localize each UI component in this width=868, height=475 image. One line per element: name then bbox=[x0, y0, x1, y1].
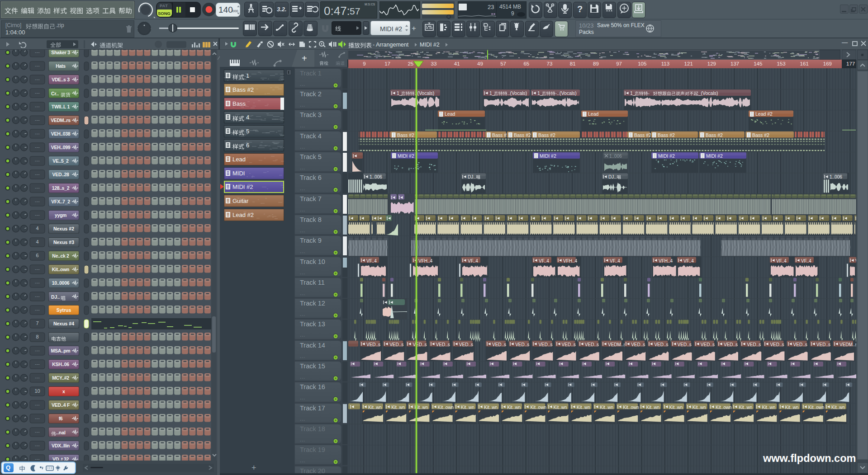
svg-text:Kit..own: Kit..own bbox=[716, 405, 732, 410]
svg-text:..(Vocals): ..(Vocals) bbox=[415, 90, 435, 96]
svg-text:VF..4: VF..4 bbox=[683, 259, 694, 263]
svg-text:VF..4: VF..4 bbox=[539, 259, 549, 263]
svg-text:VED..s: VED..s bbox=[631, 342, 645, 347]
svg-text:Bass #2: Bass #2 bbox=[658, 132, 675, 138]
svg-text:MIDI #2: MIDI #2 bbox=[658, 153, 675, 159]
svg-text:DJ..: DJ.. bbox=[608, 174, 617, 179]
svg-text:VED..s: VED..s bbox=[747, 342, 761, 347]
svg-text:VED..s: VED..s bbox=[538, 342, 552, 347]
svg-text:Kit..wn: Kit..wn bbox=[646, 405, 659, 410]
svg-text:VED..s: VED..s bbox=[585, 342, 599, 347]
svg-text:Kit..wn: Kit..wn bbox=[507, 405, 521, 410]
svg-text:Kit..wn: Kit..wn bbox=[554, 405, 567, 410]
svg-text:VED..s: VED..s bbox=[389, 342, 403, 347]
svg-text:VED..s: VED..s bbox=[770, 342, 784, 347]
svg-text:VF..4: VF..4 bbox=[468, 259, 478, 263]
svg-text:1_: 1_ bbox=[397, 90, 402, 96]
svg-text:VED..s: VED..s bbox=[436, 342, 450, 347]
svg-text:Kit..wn: Kit..wn bbox=[785, 405, 799, 410]
svg-text:VF..4: VF..4 bbox=[366, 259, 377, 263]
svg-text:Kit..wn: Kit..wn bbox=[831, 405, 845, 410]
svg-text:Kit..wn: Kit..wn bbox=[693, 405, 706, 410]
svg-text:Kit..wn: Kit..wn bbox=[461, 405, 474, 410]
svg-text:Kit..own: Kit..own bbox=[808, 405, 825, 410]
svg-text:Lead: Lead bbox=[588, 111, 599, 117]
svg-text:DJ..: DJ.. bbox=[468, 174, 476, 179]
svg-text:Kit..wn: Kit..wn bbox=[484, 405, 498, 410]
svg-text:VED..s: VED..s bbox=[654, 342, 668, 347]
svg-text:1..006: 1..006 bbox=[609, 154, 622, 159]
svg-text:VED..s: VED..s bbox=[724, 342, 738, 347]
svg-text:-..(Vocals): -..(Vocals) bbox=[555, 90, 577, 96]
svg-text:VED..s: VED..s bbox=[515, 342, 529, 347]
svg-text:Lead: Lead bbox=[445, 111, 455, 117]
svg-text:MIDI #2: MIDI #2 bbox=[540, 153, 556, 159]
svg-text:VEDM..s: VEDM..s bbox=[608, 342, 626, 347]
svg-text:VED..s: VED..s bbox=[459, 342, 473, 347]
svg-text:Bass #2: Bass #2 bbox=[538, 132, 555, 138]
svg-text:MIDI #2: MIDI #2 bbox=[398, 153, 414, 159]
svg-text:1_: 1_ bbox=[537, 90, 543, 96]
svg-text:VFH..4: VFH..4 bbox=[418, 259, 433, 263]
svg-text:Kit..wn: Kit..wn bbox=[739, 405, 752, 410]
svg-text:_(Vocals): _(Vocals) bbox=[698, 90, 718, 96]
svg-text:..(Vocals): ..(Vocals) bbox=[508, 90, 527, 96]
svg-text:VED..s: VED..s bbox=[701, 342, 715, 347]
svg-text:MIDI #2: MIDI #2 bbox=[706, 153, 723, 159]
svg-text:Bass #2: Bass #2 bbox=[492, 132, 509, 138]
svg-text:?: ? bbox=[577, 4, 583, 14]
svg-text:1..006: 1..006 bbox=[370, 174, 382, 179]
svg-text:Kit..wn: Kit..wn bbox=[762, 405, 775, 410]
svg-text:VF..4: VF..4 bbox=[801, 259, 811, 263]
svg-text:VFH..4: VFH..4 bbox=[563, 259, 578, 263]
svg-text:VEDM..s: VEDM..s bbox=[840, 342, 856, 347]
svg-text:VF..4: VF..4 bbox=[776, 259, 787, 263]
svg-text:Kit..wn: Kit..wn bbox=[669, 405, 683, 410]
svg-text:VED..s: VED..s bbox=[816, 342, 830, 347]
svg-text:VED..s: VED..s bbox=[413, 342, 427, 347]
svg-text:Bass #2: Bass #2 bbox=[706, 132, 723, 138]
svg-text:Kit..own: Kit..own bbox=[530, 405, 546, 410]
svg-text:Kit..own: Kit..own bbox=[623, 405, 639, 410]
svg-text:Bass #2: Bass #2 bbox=[397, 132, 414, 138]
svg-text:1_: 1_ bbox=[489, 90, 495, 96]
svg-text:Kit..wn: Kit..wn bbox=[577, 405, 590, 410]
svg-text:3.2.: 3.2. bbox=[277, 6, 287, 13]
svg-text:VFH..4: VFH..4 bbox=[659, 259, 673, 263]
svg-text:Kit..wn: Kit..wn bbox=[391, 405, 405, 410]
svg-text:-: - bbox=[648, 90, 650, 96]
svg-text:VED..s: VED..s bbox=[793, 342, 807, 347]
svg-text:Bass #2: Bass #2 bbox=[514, 132, 531, 138]
svg-text:Kit..wn: Kit..wn bbox=[368, 405, 382, 410]
svg-text:Kit..wn: Kit..wn bbox=[600, 405, 613, 410]
svg-text:1..006: 1..006 bbox=[830, 174, 842, 179]
svg-text:Bass #2: Bass #2 bbox=[752, 132, 769, 138]
svg-text:VED..s: VED..s bbox=[678, 342, 692, 347]
svg-text:Kit..own: Kit..own bbox=[438, 405, 454, 410]
svg-text:VED..s: VED..s bbox=[366, 342, 380, 347]
svg-text:1_: 1_ bbox=[630, 90, 636, 96]
svg-text:Bass #2: Bass #2 bbox=[634, 132, 651, 138]
svg-text:Lead #2: Lead #2 bbox=[755, 111, 773, 117]
svg-text:VED..s: VED..s bbox=[562, 342, 576, 347]
svg-text:VED..s: VED..s bbox=[492, 342, 506, 347]
svg-text:+: + bbox=[302, 53, 307, 63]
svg-text:VF..4: VF..4 bbox=[610, 259, 620, 263]
